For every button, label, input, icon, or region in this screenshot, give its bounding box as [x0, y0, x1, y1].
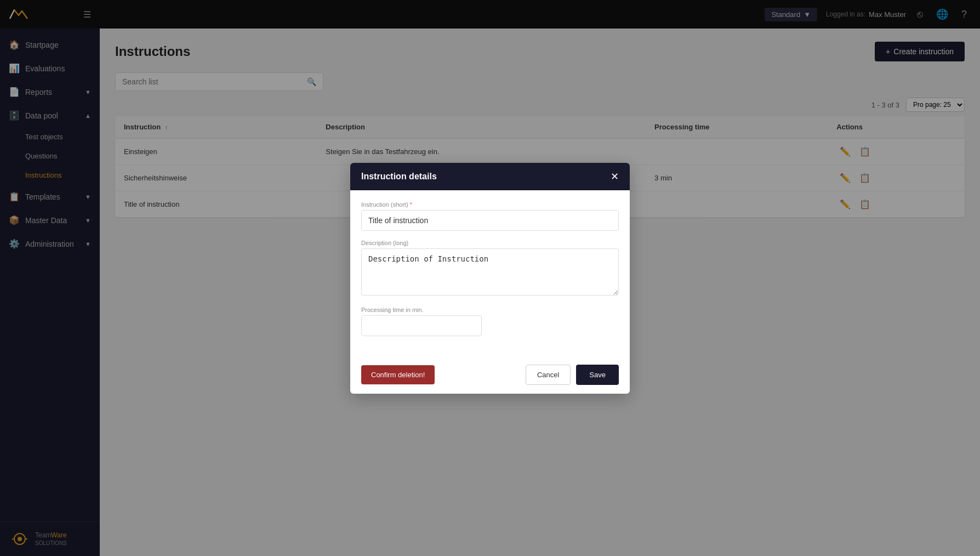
save-button[interactable]: Save [576, 365, 619, 385]
description-long-textarea[interactable] [361, 248, 619, 296]
instruction-details-modal: Instruction details ✕ Instruction (short… [350, 163, 630, 394]
description-long-label: Description (long) [361, 240, 619, 246]
cancel-button[interactable]: Cancel [526, 365, 571, 385]
modal-body: Instruction (short) * Description (long)… [350, 190, 630, 356]
processing-time-input[interactable] [361, 315, 482, 336]
modal-title: Instruction details [361, 172, 437, 181]
modal-overlay: Instruction details ✕ Instruction (short… [0, 0, 980, 556]
instruction-short-label: Instruction (short) * [361, 201, 619, 208]
modal-footer: Confirm deletion! Cancel Save [350, 356, 630, 394]
processing-time-group: Processing time in min. [361, 307, 619, 336]
instruction-short-group: Instruction (short) * [361, 201, 619, 231]
processing-time-label: Processing time in min. [361, 307, 619, 313]
modal-header: Instruction details ✕ [350, 163, 630, 190]
description-long-group: Description (long) [361, 240, 619, 298]
required-marker: * [410, 201, 412, 208]
confirm-deletion-button[interactable]: Confirm deletion! [361, 365, 435, 384]
modal-action-buttons: Cancel Save [526, 365, 619, 385]
instruction-short-input[interactable] [361, 210, 619, 231]
modal-close-button[interactable]: ✕ [611, 172, 619, 181]
